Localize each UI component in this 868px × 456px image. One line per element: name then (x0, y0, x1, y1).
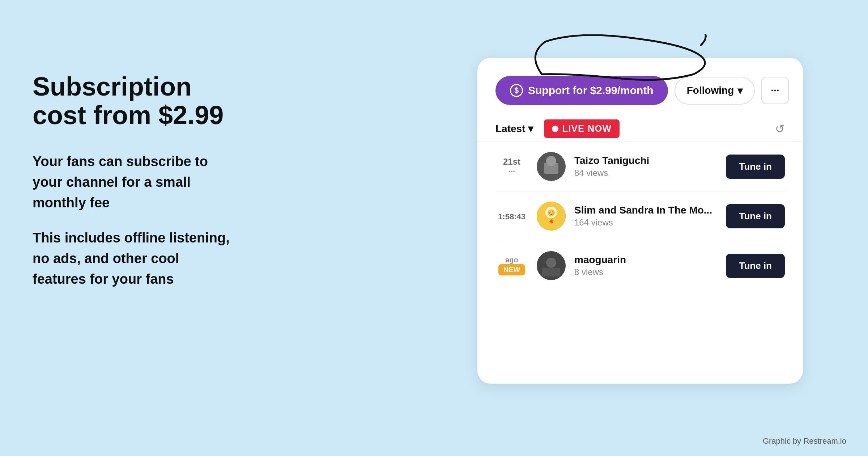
svg-text:☀: ☀ (549, 219, 554, 224)
table-row: 1:58:43 ☀ 😊 Slim and Sandra In The Mo...… (495, 191, 785, 241)
tune-in-button[interactable]: Tune in (726, 155, 785, 179)
left-panel: Subscription cost from $2.99 Your fans c… (33, 72, 235, 304)
live-now-label: LIVE NOW (562, 123, 612, 134)
date-tag: 21st (503, 157, 520, 167)
table-row: 21st ··· Taizo Taniguchi 84 views (495, 142, 785, 191)
support-button[interactable]: $ Support for $2.99/month (495, 76, 668, 105)
tune-in-button[interactable]: Tune in (726, 254, 785, 278)
new-badge: NEW (498, 264, 526, 275)
time-ago: ago (505, 256, 518, 264)
card-body: Latest ▾ LIVE NOW ↺ 21st ··· (477, 116, 803, 290)
headline: Subscription cost from $2.99 (33, 72, 235, 130)
graphic-credit: Graphic by Restream.io (763, 436, 846, 446)
body-text-1: Your fans can subscribe to your channel … (33, 151, 235, 213)
refresh-icon: ↺ (775, 122, 785, 135)
stream-name: maoguarin (574, 254, 717, 266)
following-label: Following (687, 85, 734, 96)
dollar-icon: $ (510, 84, 523, 97)
svg-point-2 (546, 156, 556, 166)
more-options-button[interactable]: ··· (761, 77, 788, 104)
stream-name: Taizo Taniguchi (574, 155, 717, 166)
svg-text:😊: 😊 (547, 209, 556, 217)
following-button[interactable]: Following ▾ (675, 77, 755, 105)
tabs-row: Latest ▾ LIVE NOW ↺ (477, 116, 803, 142)
time-tag: 1:58:43 (498, 212, 526, 221)
stream-name: Slim and Sandra In The Mo... (574, 204, 717, 216)
body-text-2: This includes offline listening, no ads,… (33, 228, 235, 290)
live-dot (552, 126, 558, 132)
live-now-badge: LIVE NOW (544, 119, 620, 138)
stream-time-snippet: 1:58:43 (495, 211, 528, 221)
ui-card: $ Support for $2.99/month Following ▾ ··… (477, 58, 803, 384)
tab-latest[interactable]: Latest ▾ (495, 123, 533, 135)
more-label: ··· (771, 85, 779, 96)
stream-views: 8 views (574, 267, 717, 277)
svg-point-8 (546, 258, 556, 268)
stream-info: Slim and Sandra In The Mo... 164 views (574, 204, 717, 228)
stream-info: Taizo Taniguchi 84 views (574, 155, 717, 178)
svg-rect-9 (542, 268, 560, 276)
stream-date-snippet: 21st ··· (495, 157, 528, 176)
stream-info: maoguarin 8 views (574, 254, 717, 277)
refresh-button[interactable]: ↺ (775, 122, 785, 136)
support-button-label: Support for $2.99/month (528, 84, 654, 97)
more-dots: ··· (509, 167, 515, 176)
stream-views: 84 views (574, 168, 717, 178)
stream-views: 164 views (574, 218, 717, 228)
card-header: $ Support for $2.99/month Following ▾ ··… (477, 58, 803, 116)
tune-in-button[interactable]: Tune in (726, 204, 785, 228)
chevron-down-icon-2: ▾ (528, 123, 533, 135)
chevron-down-icon: ▾ (737, 85, 743, 97)
latest-label: Latest (495, 123, 525, 135)
avatar: ☀ 😊 (537, 202, 566, 231)
avatar (537, 251, 566, 280)
stream-section: 21st ··· Taizo Taniguchi 84 views (477, 142, 803, 290)
avatar (537, 152, 566, 181)
stream-new-snippet: ago NEW (495, 256, 528, 275)
table-row: ago NEW maoguarin 8 views Tu (495, 241, 785, 290)
